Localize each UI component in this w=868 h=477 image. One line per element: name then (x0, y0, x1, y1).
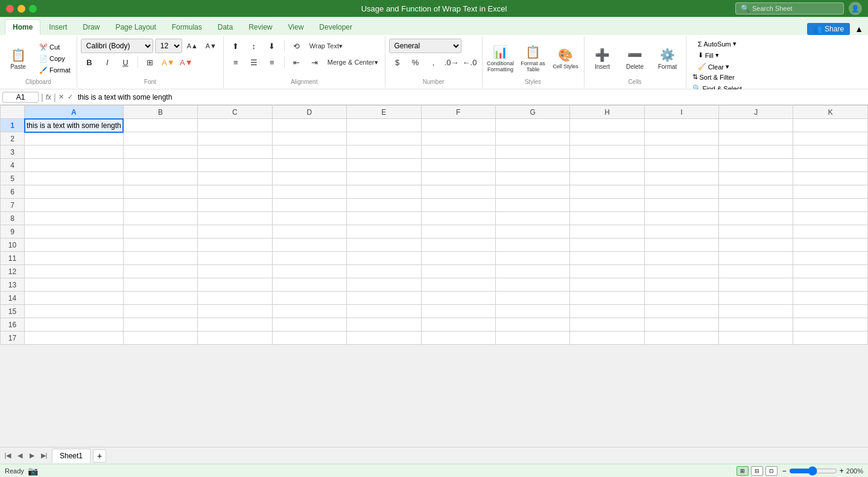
borders-button[interactable]: ⊞ (142, 55, 159, 69)
cell-E17[interactable] (347, 331, 421, 345)
cell-I10[interactable] (644, 238, 718, 252)
merge-center-button[interactable]: Merge & Center ▾ (325, 55, 381, 69)
cell-H14[interactable] (570, 292, 644, 305)
cell-K3[interactable] (793, 146, 868, 159)
col-header-A[interactable]: A (25, 106, 124, 119)
cell-J2[interactable] (719, 132, 793, 146)
cell-G17[interactable] (495, 331, 570, 345)
share-button[interactable]: 👥 Share (807, 23, 850, 35)
tab-draw[interactable]: Draw (75, 19, 107, 35)
cell-J12[interactable] (719, 265, 793, 278)
row-header-3[interactable]: 3 (1, 146, 25, 159)
cell-C2[interactable] (198, 132, 272, 146)
cell-A13[interactable] (25, 278, 124, 292)
cell-H4[interactable] (570, 159, 644, 172)
percent-button[interactable]: % (407, 55, 424, 69)
cell-J15[interactable] (719, 305, 793, 318)
cell-K8[interactable] (793, 212, 868, 225)
cell-A3[interactable] (25, 146, 124, 159)
align-right-button[interactable]: ≡ (264, 55, 280, 69)
cell-J9[interactable] (719, 225, 793, 238)
cell-E10[interactable] (347, 238, 421, 252)
cell-C16[interactable] (198, 318, 272, 331)
cell-F1[interactable] (421, 119, 495, 132)
cell-D7[interactable] (272, 199, 346, 212)
cell-G10[interactable] (495, 238, 570, 252)
cell-C11[interactable] (198, 252, 272, 265)
cell-A12[interactable] (25, 265, 124, 278)
cell-F6[interactable] (421, 185, 495, 199)
increase-font-button[interactable]: A▲ (184, 39, 201, 53)
cell-F17[interactable] (421, 331, 495, 345)
maximize-button[interactable] (29, 5, 37, 13)
align-middle-button[interactable]: ↕ (246, 39, 262, 53)
cell-D12[interactable] (272, 265, 346, 278)
tab-page-layout[interactable]: Page Layout (108, 19, 163, 35)
tab-home[interactable]: Home (5, 19, 40, 35)
cell-E13[interactable] (347, 278, 421, 292)
cell-E1[interactable] (347, 119, 421, 132)
cell-E8[interactable] (347, 212, 421, 225)
cell-F16[interactable] (421, 318, 495, 331)
cell-F4[interactable] (421, 159, 495, 172)
cell-E6[interactable] (347, 185, 421, 199)
zoom-out-button[interactable]: − (782, 467, 787, 475)
cell-I16[interactable] (644, 318, 718, 331)
col-header-J[interactable]: J (719, 106, 793, 119)
cell-G3[interactable] (495, 146, 570, 159)
collapse-ribbon-button[interactable]: ▲ (855, 24, 863, 34)
row-header-1[interactable]: 1 (1, 119, 25, 132)
font-name-select[interactable]: Calibri (Body) (81, 39, 153, 53)
cell-J5[interactable] (719, 172, 793, 185)
cell-I5[interactable] (644, 172, 718, 185)
tab-view[interactable]: View (281, 19, 311, 35)
col-header-F[interactable]: F (421, 106, 495, 119)
cell-F13[interactable] (421, 278, 495, 292)
cell-D4[interactable] (272, 159, 346, 172)
tab-review[interactable]: Review (241, 19, 279, 35)
cell-B10[interactable] (123, 238, 197, 252)
cell-K4[interactable] (793, 159, 868, 172)
cell-F14[interactable] (421, 292, 495, 305)
cell-A2[interactable] (25, 132, 124, 146)
sheet-grid[interactable]: A B C D E F G H I J K 1this is a (0, 105, 868, 447)
sheet-nav-first[interactable]: |◀ (2, 450, 13, 461)
cell-reference-input[interactable] (2, 92, 39, 103)
cell-K1[interactable] (793, 119, 868, 132)
sheet-nav-next[interactable]: ▶ (27, 450, 37, 461)
cell-K15[interactable] (793, 305, 868, 318)
cell-D11[interactable] (272, 252, 346, 265)
cell-B17[interactable] (123, 331, 197, 345)
conditional-formatting-button[interactable]: 📊 Conditional Formatting (486, 42, 515, 75)
tab-formulas[interactable]: Formulas (165, 19, 209, 35)
user-avatar[interactable]: 👤 (849, 2, 862, 15)
cell-B1[interactable] (123, 119, 197, 132)
cell-H2[interactable] (570, 132, 644, 146)
cell-C1[interactable] (198, 119, 272, 132)
cell-E9[interactable] (347, 225, 421, 238)
cell-A16[interactable] (25, 318, 124, 331)
cell-D13[interactable] (272, 278, 346, 292)
cell-B11[interactable] (123, 252, 197, 265)
cell-K12[interactable] (793, 265, 868, 278)
cell-A1[interactable]: this is a text with some length (25, 119, 124, 132)
cell-K2[interactable] (793, 132, 868, 146)
cell-J7[interactable] (719, 199, 793, 212)
cell-C17[interactable] (198, 331, 272, 345)
comma-button[interactable]: , (425, 55, 442, 69)
cell-C6[interactable] (198, 185, 272, 199)
cell-J13[interactable] (719, 278, 793, 292)
cell-F5[interactable] (421, 172, 495, 185)
sort-filter-button[interactable]: ⇅ Sort & Filter (690, 72, 744, 82)
cell-G13[interactable] (495, 278, 570, 292)
decrease-indent-button[interactable]: ⇤ (288, 55, 305, 69)
cell-H12[interactable] (570, 265, 644, 278)
cell-E11[interactable] (347, 252, 421, 265)
window-controls[interactable] (6, 5, 37, 13)
cell-B2[interactable] (123, 132, 197, 146)
cell-G8[interactable] (495, 212, 570, 225)
tab-data[interactable]: Data (211, 19, 240, 35)
cell-F8[interactable] (421, 212, 495, 225)
cell-A8[interactable] (25, 212, 124, 225)
col-header-B[interactable]: B (123, 106, 197, 119)
